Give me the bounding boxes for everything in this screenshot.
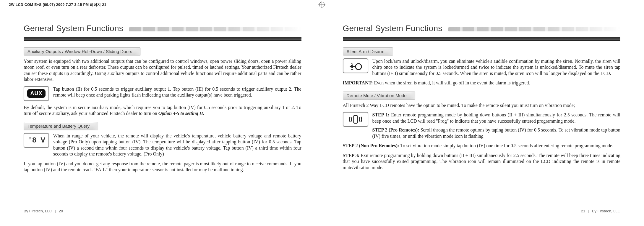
page-right: General System Functions Silent Arm / Di…: [322, 18, 644, 213]
page-title: General System Functions: [24, 24, 123, 33]
horizontal-rule: [343, 37, 621, 40]
crop-register-mark-icon: [318, 1, 325, 8]
page-number: 21: [581, 209, 585, 213]
text: Even when the siren is muted, it will st…: [374, 80, 530, 85]
horizontal-rule: [24, 37, 301, 40]
siren-icon: [343, 58, 368, 73]
body-paragraph: Tap button (II) for 0.5 seconds to trigg…: [53, 86, 301, 101]
title-decoration: [448, 27, 620, 31]
footer-separator: |: [55, 209, 56, 213]
page-footer-left: By Firstech, LLC | 20: [24, 209, 63, 213]
body-paragraph: Upon lock/arm and unlock/disarm, you can…: [372, 58, 621, 76]
body-paragraph: All Firstech 2 Way LCD remotes have the …: [343, 102, 621, 108]
step-2-non-pro: STEP 2 (Non Pro Remotes): To set vibrati…: [343, 143, 621, 149]
body-paragraph: When in range of your vehicle, the remot…: [53, 133, 301, 157]
step-lead: STEP 2 (Pro Remotes):: [372, 127, 421, 132]
svg-point-3: [356, 64, 361, 70]
body-paragraph: By default, the system is in secure auxi…: [24, 105, 301, 117]
section-tab-mute: Remote Mute / Vibration Mode: [343, 92, 415, 100]
page-number: 20: [59, 209, 63, 213]
svg-rect-5: [354, 116, 357, 123]
doc-file-header: 2W LCD COM E+S (09.07) 2009.7.27 3:15 PM…: [9, 2, 106, 7]
text: Exit remote programming by holding down …: [343, 153, 621, 170]
footer-brand: By Firstech, LLC: [592, 209, 620, 213]
body-paragraph: Your system is equipped with two additio…: [24, 58, 301, 83]
step-1: STEP 1: Enter remote programming mode by…: [372, 112, 621, 124]
text: To set vibration mode simply tap button …: [400, 143, 613, 148]
vibration-icon: [343, 112, 368, 127]
step-2-pro: STEP 2 (Pro Remotes): Scroll through the…: [372, 127, 621, 139]
section-tab-silent: Silent Arm / Disarm: [343, 47, 393, 55]
text: Enter remote programming mode by holding…: [372, 112, 621, 123]
page-left: General System Functions Auxiliary Outpu…: [0, 18, 322, 213]
section-tab-aux: Auxiliary Outputs / Window Roll-Down / S…: [24, 47, 141, 55]
page-title: General System Functions: [343, 24, 442, 33]
step-lead: STEP 1:: [372, 112, 391, 117]
aux-badge-label: AUX: [27, 89, 45, 98]
footer-separator: |: [588, 209, 589, 213]
body-paragraph: If you tap button (IV) and you do not ge…: [24, 161, 301, 173]
step-lead: STEP 2 (Non Pro Remotes):: [343, 143, 400, 148]
section-tab-temp: Temperature and Battery Query: [24, 122, 98, 130]
aux-icon: AUX: [24, 86, 49, 101]
page-footer-right: 21 | By Firstech, LLC: [581, 209, 620, 213]
important-lead: IMPORTANT:: [343, 80, 374, 85]
option-ref: Option 4-5 to setting II.: [158, 111, 204, 116]
step-3: STEP 3: Exit remote programming by holdi…: [343, 153, 621, 171]
important-note: IMPORTANT: Even when the siren is muted,…: [343, 80, 621, 86]
title-decoration: [129, 27, 301, 31]
voltage-display-icon: '8 V: [24, 133, 49, 148]
footer-brand: By Firstech, LLC: [24, 209, 52, 213]
step-lead: STEP 3:: [343, 153, 361, 158]
digital-readout: '8 V: [28, 136, 45, 145]
